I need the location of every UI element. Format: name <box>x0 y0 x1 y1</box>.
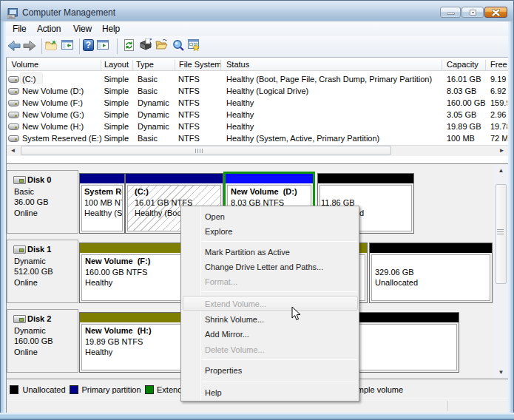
svg-text:?: ? <box>86 40 91 50</box>
